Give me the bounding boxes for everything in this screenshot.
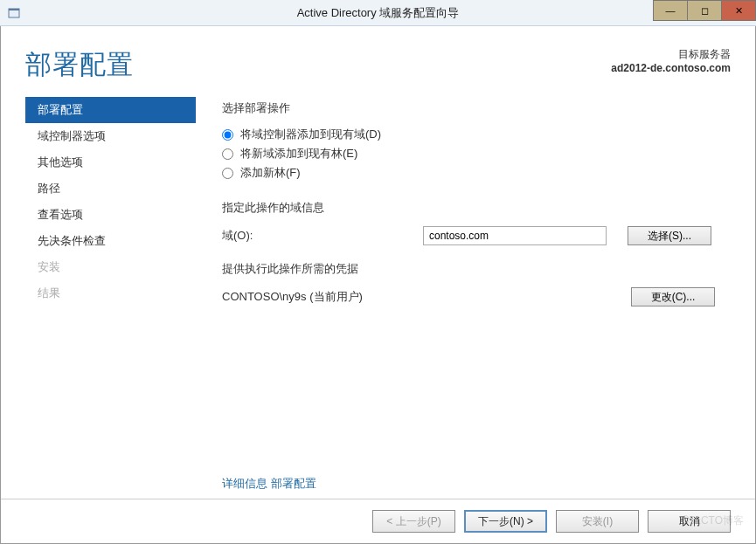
- current-credentials: CONTOSO\ny9s (当前用户): [222, 289, 610, 305]
- radio-add-new-forest-input[interactable]: [222, 168, 233, 179]
- window-title: Active Directory 域服务配置向导: [0, 5, 756, 21]
- previous-button: < 上一步(P): [372, 510, 455, 533]
- nav-step-review[interactable]: 查看选项: [25, 202, 196, 228]
- side-nav: 部署配置 域控制器选项 其他选项 路径 查看选项 先决条件检查 安装 结果: [25, 97, 196, 499]
- cancel-button[interactable]: 取消: [648, 510, 731, 533]
- close-button[interactable]: ✕: [721, 0, 756, 21]
- app-icon: [7, 6, 21, 20]
- domain-label: 域(O):: [222, 228, 423, 244]
- nav-step-deploy-config[interactable]: 部署配置: [25, 97, 196, 123]
- operation-header: 选择部署操作: [222, 100, 731, 116]
- nav-step-results: 结果: [25, 280, 196, 306]
- middle-area: 部署配置 域控制器选项 其他选项 路径 查看选项 先决条件检查 安装 结果 选择…: [1, 97, 755, 499]
- nav-step-install: 安装: [25, 254, 196, 280]
- content-pane: 选择部署操作 将域控制器添加到现有域(D) 将新域添加到现有林(E) 添加新林(…: [196, 97, 731, 499]
- more-info: 详细信息 部署配置: [222, 476, 316, 492]
- wizard-body: 部署配置 目标服务器 ad2012-de.contoso.com 部署配置 域控…: [0, 26, 756, 544]
- radio-label: 将新域添加到现有林(E): [240, 146, 357, 162]
- radio-add-domain-existing-forest-input[interactable]: [222, 148, 233, 160]
- more-info-prefix: 详细信息: [222, 477, 271, 490]
- nav-step-dc-options[interactable]: 域控制器选项: [25, 123, 196, 149]
- radio-add-dc-existing-domain-input[interactable]: [222, 129, 233, 141]
- credentials-header: 提供执行此操作所需的凭据: [222, 261, 731, 277]
- domain-input[interactable]: [423, 226, 607, 245]
- page-title: 部署配置: [25, 47, 134, 83]
- radio-add-dc-existing-domain[interactable]: 将域控制器添加到现有域(D): [222, 127, 731, 142]
- radio-label: 添加新林(F): [240, 165, 301, 181]
- radio-add-domain-existing-forest[interactable]: 将新域添加到现有林(E): [222, 146, 731, 162]
- target-server-block: 目标服务器 ad2012-de.contoso.com: [611, 47, 731, 75]
- operation-radio-group: 将域控制器添加到现有域(D) 将新域添加到现有林(E) 添加新林(F): [222, 127, 731, 181]
- target-server-name: ad2012-de.contoso.com: [611, 61, 731, 75]
- svg-rect-1: [9, 9, 19, 10]
- change-credentials-button[interactable]: 更改(C)...: [631, 287, 715, 306]
- select-domain-button[interactable]: 选择(S)...: [628, 226, 711, 245]
- maximize-button[interactable]: ◻: [687, 0, 722, 21]
- window-buttons: — ◻ ✕: [653, 0, 756, 25]
- domain-field-row: 域(O): 选择(S)...: [222, 226, 731, 245]
- install-button: 安装(I): [556, 510, 639, 533]
- domain-info-header: 指定此操作的域信息: [222, 200, 731, 216]
- nav-step-prereq[interactable]: 先决条件检查: [25, 228, 196, 254]
- target-server-label: 目标服务器: [611, 47, 731, 61]
- radio-add-new-forest[interactable]: 添加新林(F): [222, 165, 731, 181]
- radio-label: 将域控制器添加到现有域(D): [240, 127, 381, 142]
- nav-step-paths[interactable]: 路径: [25, 176, 196, 202]
- credentials-row: CONTOSO\ny9s (当前用户) 更改(C)...: [222, 287, 731, 306]
- header-row: 部署配置 目标服务器 ad2012-de.contoso.com: [1, 26, 755, 97]
- minimize-button[interactable]: —: [653, 0, 688, 21]
- footer-buttons: < 上一步(P) 下一步(N) > 安装(I) 取消: [1, 499, 755, 543]
- next-button[interactable]: 下一步(N) >: [464, 510, 547, 533]
- more-info-link[interactable]: 部署配置: [271, 477, 316, 490]
- nav-step-other-options[interactable]: 其他选项: [25, 149, 196, 176]
- title-bar: Active Directory 域服务配置向导 — ◻ ✕: [0, 0, 756, 26]
